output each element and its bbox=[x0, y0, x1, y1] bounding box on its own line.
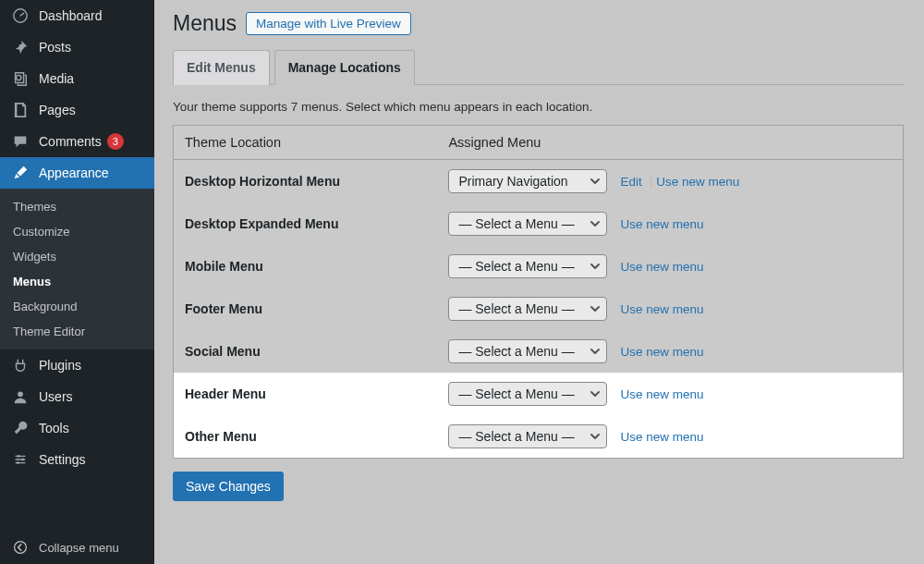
page-title: Menus bbox=[173, 11, 237, 36]
menu-select-value: — Select a Menu — bbox=[458, 429, 574, 444]
content-area: Menus Manage with Live Preview Edit Menu… bbox=[154, 0, 924, 564]
table-row: Desktop Expanded Menu— Select a Menu —Us… bbox=[174, 202, 904, 245]
sidebar-item-plugins[interactable]: Plugins bbox=[0, 349, 154, 381]
brush-icon bbox=[11, 165, 30, 181]
collapse-menu-button[interactable]: Collapse menu bbox=[0, 531, 154, 564]
submenu-item-widgets[interactable]: Widgets bbox=[0, 244, 154, 269]
menu-select[interactable]: — Select a Menu — bbox=[448, 254, 607, 278]
menu-select[interactable]: Primary Navigation bbox=[448, 169, 607, 193]
chevron-down-icon bbox=[590, 176, 601, 187]
svg-point-6 bbox=[15, 542, 27, 554]
tabs: Edit MenusManage Locations bbox=[173, 49, 904, 85]
sidebar-item-comments[interactable]: Comments3 bbox=[0, 126, 154, 157]
sidebar-main-menu: DashboardPostsMediaPagesComments3Appeara… bbox=[0, 0, 154, 475]
svg-point-5 bbox=[17, 461, 19, 464]
menu-select-value: — Select a Menu — bbox=[458, 301, 574, 316]
media-icon bbox=[11, 70, 30, 87]
location-label: Social Menu bbox=[174, 330, 438, 373]
save-changes-button[interactable]: Save Changes bbox=[173, 472, 284, 501]
chevron-down-icon bbox=[590, 261, 601, 272]
locations-table: Theme Location Assigned Menu Desktop Hor… bbox=[173, 125, 904, 459]
use-new-menu-link[interactable]: Use new menu bbox=[620, 217, 703, 231]
sidebar-item-label: Users bbox=[39, 389, 73, 404]
sidebar-item-label: Settings bbox=[39, 452, 86, 467]
location-label: Footer Menu bbox=[174, 288, 438, 330]
location-controls: — Select a Menu —Use new menu bbox=[437, 330, 903, 373]
table-row: Mobile Menu— Select a Menu —Use new menu bbox=[174, 245, 904, 288]
separator: | bbox=[650, 174, 653, 189]
table-row: Other Menu— Select a Menu —Use new menu bbox=[174, 415, 904, 459]
table-row: Header Menu— Select a Menu —Use new menu bbox=[174, 373, 904, 415]
sidebar-item-settings[interactable]: Settings bbox=[0, 444, 154, 475]
pin-icon bbox=[11, 39, 30, 55]
menu-select-value: — Select a Menu — bbox=[458, 216, 574, 231]
collapse-icon bbox=[11, 540, 30, 555]
use-new-menu-link[interactable]: Use new menu bbox=[620, 345, 703, 359]
submenu-item-background[interactable]: Background bbox=[0, 294, 154, 319]
live-preview-button[interactable]: Manage with Live Preview bbox=[246, 12, 411, 35]
comment-icon bbox=[11, 133, 30, 150]
use-new-menu-link[interactable]: Use new menu bbox=[620, 430, 703, 444]
chevron-down-icon bbox=[590, 303, 601, 314]
wrench-icon bbox=[11, 420, 30, 436]
sidebar-item-label: Comments bbox=[39, 134, 102, 149]
location-controls: — Select a Menu —Use new menu bbox=[437, 245, 903, 288]
menu-select-value: — Select a Menu — bbox=[458, 386, 574, 401]
svg-point-2 bbox=[18, 391, 23, 397]
sidebar-item-label: Media bbox=[39, 71, 74, 86]
submenu-item-theme-editor[interactable]: Theme Editor bbox=[0, 319, 154, 344]
sidebar-item-pages[interactable]: Pages bbox=[0, 94, 154, 126]
location-label: Desktop Horizontal Menu bbox=[174, 160, 438, 203]
location-label: Mobile Menu bbox=[174, 245, 438, 288]
tab-edit-menus[interactable]: Edit Menus bbox=[173, 50, 270, 85]
use-new-menu-link[interactable]: Use new menu bbox=[620, 260, 703, 274]
menu-select-value: — Select a Menu — bbox=[458, 259, 574, 274]
menu-select-value: Primary Navigation bbox=[458, 174, 567, 189]
table-row: Social Menu— Select a Menu —Use new menu bbox=[174, 330, 904, 373]
collapse-menu-label: Collapse menu bbox=[39, 541, 119, 555]
svg-point-4 bbox=[21, 459, 24, 461]
sidebar-item-label: Plugins bbox=[39, 358, 81, 373]
tab-manage-locations[interactable]: Manage Locations bbox=[274, 50, 415, 85]
location-controls: Primary NavigationEdit|Use new menu bbox=[437, 160, 903, 203]
sidebar-item-label: Appearance bbox=[39, 166, 109, 180]
use-new-menu-link[interactable]: Use new menu bbox=[620, 387, 703, 401]
table-row: Footer Menu— Select a Menu —Use new menu bbox=[174, 288, 904, 330]
location-label: Header Menu bbox=[174, 373, 438, 415]
table-row: Desktop Horizontal MenuPrimary Navigatio… bbox=[174, 160, 904, 203]
menu-select[interactable]: — Select a Menu — bbox=[448, 339, 607, 363]
user-icon bbox=[11, 388, 30, 405]
use-new-menu-link[interactable]: Use new menu bbox=[620, 302, 703, 316]
sidebar-item-posts[interactable]: Posts bbox=[0, 31, 154, 63]
location-controls: — Select a Menu —Use new menu bbox=[437, 288, 903, 330]
sidebar-submenu: ThemesCustomizeWidgetsMenusBackgroundThe… bbox=[0, 189, 154, 349]
sidebar-item-label: Dashboard bbox=[39, 8, 103, 23]
sidebar-item-label: Tools bbox=[39, 421, 69, 435]
sidebar-item-tools[interactable]: Tools bbox=[0, 412, 154, 444]
menu-select[interactable]: — Select a Menu — bbox=[448, 382, 607, 406]
table-header-menu: Assigned Menu bbox=[437, 126, 903, 160]
settings-icon bbox=[11, 451, 30, 468]
submenu-item-customize[interactable]: Customize bbox=[0, 219, 154, 244]
location-controls: — Select a Menu —Use new menu bbox=[437, 373, 903, 415]
location-controls: — Select a Menu —Use new menu bbox=[437, 415, 903, 459]
sidebar-item-users[interactable]: Users bbox=[0, 381, 154, 412]
sidebar-item-media[interactable]: Media bbox=[0, 63, 154, 94]
edit-menu-link[interactable]: Edit bbox=[620, 175, 641, 189]
submenu-item-menus[interactable]: Menus bbox=[0, 269, 154, 294]
submenu-item-themes[interactable]: Themes bbox=[0, 194, 154, 219]
page-title-row: Menus Manage with Live Preview bbox=[173, 11, 904, 36]
sidebar-item-label: Pages bbox=[39, 103, 76, 117]
menu-select[interactable]: — Select a Menu — bbox=[448, 297, 607, 321]
plugin-icon bbox=[11, 357, 30, 374]
menu-select[interactable]: — Select a Menu — bbox=[448, 424, 607, 448]
use-new-menu-link[interactable]: Use new menu bbox=[656, 175, 739, 189]
menu-select[interactable]: — Select a Menu — bbox=[448, 212, 607, 236]
chevron-down-icon bbox=[590, 218, 601, 229]
sidebar-item-dashboard[interactable]: Dashboard bbox=[0, 0, 154, 31]
intro-text: Your theme supports 7 menus. Select whic… bbox=[173, 100, 904, 114]
svg-point-1 bbox=[17, 75, 21, 80]
chevron-down-icon bbox=[590, 346, 601, 357]
sidebar-item-appearance[interactable]: Appearance bbox=[0, 157, 154, 189]
location-label: Desktop Expanded Menu bbox=[174, 202, 438, 245]
